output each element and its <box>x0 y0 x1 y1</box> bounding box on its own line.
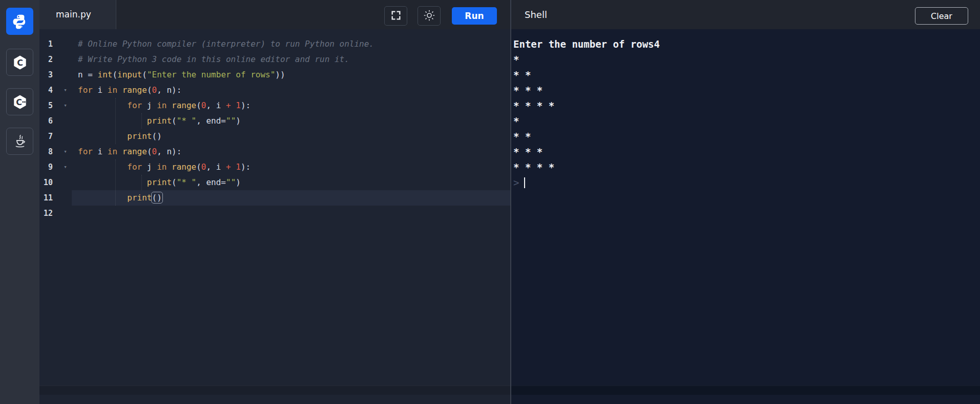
shell-output-line: Enter the number of rows4 <box>513 36 980 52</box>
code-text: # Write Python 3 code in this online edi… <box>78 52 511 67</box>
fold-arrow-icon[interactable]: ▾ <box>53 83 78 98</box>
fold-arrow-icon[interactable]: ▾ <box>53 159 78 175</box>
line-number: 3 <box>39 67 53 83</box>
editor-pane: main.py Run <box>39 0 511 404</box>
code-line: 3n = int(input("Enter the number of rows… <box>39 67 511 83</box>
fold-arrow-icon[interactable]: ▾ <box>53 98 78 113</box>
indent-guide <box>141 175 142 190</box>
code-text: for j in range(0, i + 1): <box>78 98 511 113</box>
tab-main-py[interactable]: main.py <box>39 0 116 29</box>
shell-pane: Shell Clear Enter the number of rows4* *… <box>511 0 980 404</box>
code-line: 9▾ for j in range(0, i + 1): <box>39 159 511 175</box>
code-line: 4▾for i in range(0, n): <box>39 83 511 98</box>
fold-spacer <box>53 129 78 144</box>
shell-output-line: * <box>513 113 980 129</box>
fold-spacer <box>53 175 78 190</box>
editor-horizontal-scrollbar[interactable] <box>39 386 511 395</box>
tab-title: main.py <box>39 0 116 29</box>
fold-spacer <box>53 36 78 52</box>
code-text: print() <box>78 190 511 206</box>
code-text: print("* ", end="") <box>78 175 511 190</box>
shell-terminal[interactable]: Enter the number of rows4* * * * * * * *… <box>511 29 980 395</box>
line-number: 5 <box>39 98 53 113</box>
line-number: 10 <box>39 175 53 190</box>
fullscreen-button[interactable] <box>384 6 407 26</box>
code-line: 2# Write Python 3 code in this online ed… <box>39 52 511 67</box>
svg-text:C: C <box>17 57 23 67</box>
line-number: 12 <box>39 206 53 221</box>
code-lines: 1# Online Python compiler (interpreter) … <box>39 36 511 221</box>
theme-toggle-button[interactable] <box>418 6 441 26</box>
editor-header: main.py Run <box>39 0 511 29</box>
line-number: 7 <box>39 129 53 144</box>
code-line: 5▾ for j in range(0, i + 1): <box>39 98 511 113</box>
shell-output-line: * * <box>513 67 980 83</box>
cpp-icon: C <box>12 94 28 110</box>
fold-spacer <box>53 113 78 129</box>
code-editor[interactable]: 1# Online Python compiler (interpreter) … <box>39 29 511 395</box>
line-number: 1 <box>39 36 53 52</box>
indent-guide <box>141 113 142 129</box>
online-compiler-app: C C <box>0 0 980 404</box>
code-text: for i in range(0, n): <box>78 144 511 159</box>
fold-arrow-icon[interactable]: ▾ <box>53 144 78 159</box>
line-number: 11 <box>39 190 53 206</box>
shell-prompt-line[interactable]: > <box>513 175 980 190</box>
fold-spacer <box>53 67 78 83</box>
shell-output-line: * <box>513 52 980 67</box>
python-icon <box>12 13 28 30</box>
run-button[interactable]: Run <box>452 7 497 25</box>
c-language-icon: C <box>12 54 28 71</box>
code-line: 7 print() <box>39 129 511 144</box>
code-text: print() <box>78 129 511 144</box>
shell-output: Enter the number of rows4* * * * * * * *… <box>513 36 980 190</box>
code-line: 6 print("* ", end="") <box>39 113 511 129</box>
text-cursor <box>524 177 525 188</box>
fold-spacer <box>53 52 78 67</box>
shell-horizontal-scrollbar[interactable] <box>511 386 980 395</box>
line-number: 2 <box>39 52 53 67</box>
shell-prompt-symbol: > <box>513 177 519 188</box>
code-line: 11 print() <box>39 190 511 206</box>
sidebar-item-java[interactable] <box>6 128 33 155</box>
language-sidebar: C C <box>0 0 39 404</box>
sidebar-item-c[interactable]: C <box>6 49 33 76</box>
fullscreen-icon <box>390 10 402 23</box>
pane-divider[interactable] <box>510 0 511 404</box>
code-line: 12 <box>39 206 511 221</box>
fold-spacer <box>53 190 78 206</box>
shell-title: Shell <box>525 0 547 29</box>
indent-guide <box>115 98 116 144</box>
shell-output-line: * * * <box>513 83 980 98</box>
java-icon <box>12 134 28 149</box>
sun-icon <box>423 9 435 23</box>
code-text: print("* ", end="") <box>78 113 511 129</box>
indent-guide <box>115 159 116 206</box>
clear-button[interactable]: Clear <box>915 7 968 25</box>
shell-output-line: * * <box>513 129 980 144</box>
sidebar-item-python[interactable] <box>6 8 33 35</box>
shell-output-line: * * * <box>513 144 980 159</box>
code-text: # Online Python compiler (interpreter) t… <box>78 36 511 52</box>
line-number: 6 <box>39 113 53 129</box>
shell-output-line: * * * * <box>513 98 980 113</box>
line-number: 4 <box>39 83 53 98</box>
shell-header: Shell Clear <box>511 0 980 29</box>
code-text: for j in range(0, i + 1): <box>78 159 511 175</box>
matching-bracket-highlight: () <box>152 193 162 203</box>
svg-text:C: C <box>16 97 22 107</box>
line-number: 9 <box>39 159 53 175</box>
code-text <box>78 206 511 221</box>
fold-spacer <box>53 206 78 221</box>
code-text: for i in range(0, n): <box>78 83 511 98</box>
code-text: n = int(input("Enter the number of rows"… <box>78 67 511 83</box>
code-line: 8▾for i in range(0, n): <box>39 144 511 159</box>
code-line: 1# Online Python compiler (interpreter) … <box>39 36 511 52</box>
line-number: 8 <box>39 144 53 159</box>
code-line: 10 print("* ", end="") <box>39 175 511 190</box>
sidebar-item-cpp[interactable]: C <box>6 88 33 115</box>
shell-output-line: * * * * <box>513 159 980 175</box>
